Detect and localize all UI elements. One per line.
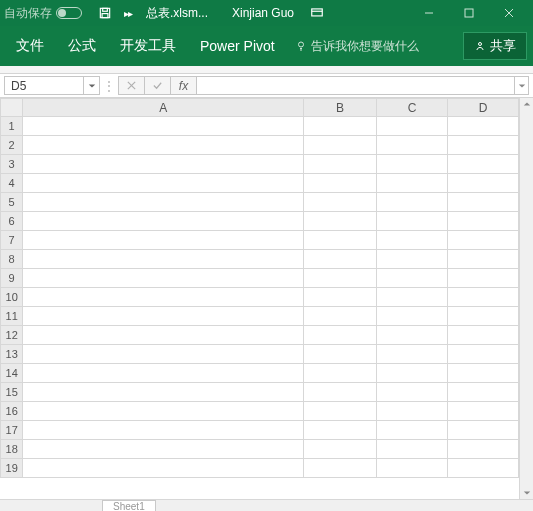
cell[interactable] xyxy=(448,136,519,155)
formula-input[interactable] xyxy=(196,76,515,95)
cell[interactable] xyxy=(377,421,448,440)
cell[interactable] xyxy=(377,326,448,345)
cell[interactable] xyxy=(304,155,377,174)
row-header[interactable]: 10 xyxy=(1,288,23,307)
enter-formula-button[interactable] xyxy=(144,76,170,95)
row-header[interactable]: 1 xyxy=(1,117,23,136)
cell[interactable] xyxy=(304,345,377,364)
cell[interactable] xyxy=(304,364,377,383)
cell[interactable] xyxy=(448,174,519,193)
cell[interactable] xyxy=(304,402,377,421)
tab-power-pivot[interactable]: Power Pivot xyxy=(190,32,285,60)
row-header[interactable]: 9 xyxy=(1,269,23,288)
ribbon-display-icon[interactable] xyxy=(304,0,330,26)
cell[interactable] xyxy=(304,117,377,136)
cell[interactable] xyxy=(23,136,304,155)
row-header[interactable]: 17 xyxy=(1,421,23,440)
cell[interactable] xyxy=(23,326,304,345)
row-header[interactable]: 18 xyxy=(1,440,23,459)
cell[interactable] xyxy=(448,459,519,478)
cell[interactable] xyxy=(304,136,377,155)
cell[interactable] xyxy=(377,155,448,174)
cell[interactable] xyxy=(448,307,519,326)
name-box-dropdown[interactable] xyxy=(84,76,100,95)
vertical-scrollbar[interactable] xyxy=(519,98,533,499)
cell[interactable] xyxy=(448,383,519,402)
cell[interactable] xyxy=(304,440,377,459)
cell[interactable] xyxy=(377,231,448,250)
cell[interactable] xyxy=(377,117,448,136)
name-box[interactable]: D5 xyxy=(4,76,84,95)
row-header[interactable]: 16 xyxy=(1,402,23,421)
cell[interactable] xyxy=(448,421,519,440)
cell[interactable] xyxy=(377,383,448,402)
grid[interactable]: A B C D 1 2 3 4 5 6 7 8 9 10 11 12 13 14… xyxy=(0,98,519,499)
cell[interactable] xyxy=(304,288,377,307)
tab-developer[interactable]: 开发工具 xyxy=(110,31,186,61)
row-header[interactable]: 15 xyxy=(1,383,23,402)
cell[interactable] xyxy=(304,307,377,326)
cancel-formula-button[interactable] xyxy=(118,76,144,95)
cell[interactable] xyxy=(377,193,448,212)
select-all-corner[interactable] xyxy=(1,99,23,117)
row-header[interactable]: 13 xyxy=(1,345,23,364)
cell[interactable] xyxy=(304,231,377,250)
formula-expand-button[interactable] xyxy=(515,76,529,95)
cell[interactable] xyxy=(377,459,448,478)
cell[interactable] xyxy=(377,345,448,364)
quick-access-more-icon[interactable]: ▸▸ xyxy=(118,0,138,26)
cell[interactable] xyxy=(23,231,304,250)
row-header[interactable]: 5 xyxy=(1,193,23,212)
cell[interactable] xyxy=(377,269,448,288)
row-header[interactable]: 7 xyxy=(1,231,23,250)
row-header[interactable]: 8 xyxy=(1,250,23,269)
tell-me-search[interactable]: 告诉我你想要做什么 xyxy=(295,38,419,55)
cell[interactable] xyxy=(448,269,519,288)
cell[interactable] xyxy=(23,212,304,231)
save-icon[interactable] xyxy=(92,0,118,26)
cell[interactable] xyxy=(23,269,304,288)
cell[interactable] xyxy=(304,326,377,345)
column-header-c[interactable]: C xyxy=(377,99,448,117)
cell[interactable] xyxy=(377,364,448,383)
minimize-button[interactable] xyxy=(409,0,449,26)
cell[interactable] xyxy=(448,326,519,345)
cell[interactable] xyxy=(23,364,304,383)
cell[interactable] xyxy=(304,421,377,440)
cell[interactable] xyxy=(304,269,377,288)
close-button[interactable] xyxy=(489,0,529,26)
cell[interactable] xyxy=(448,250,519,269)
cell[interactable] xyxy=(23,155,304,174)
cell[interactable] xyxy=(23,193,304,212)
cell[interactable] xyxy=(23,421,304,440)
cell[interactable] xyxy=(23,307,304,326)
user-name[interactable]: Xinjian Guo xyxy=(232,6,294,20)
share-button[interactable]: 共享 xyxy=(463,32,527,60)
cell[interactable] xyxy=(448,155,519,174)
sheet-tab-active[interactable]: Sheet1 xyxy=(102,500,156,511)
cell[interactable] xyxy=(377,212,448,231)
cell[interactable] xyxy=(448,402,519,421)
maximize-button[interactable] xyxy=(449,0,489,26)
tab-file[interactable]: 文件 xyxy=(6,31,54,61)
row-header[interactable]: 2 xyxy=(1,136,23,155)
cell[interactable] xyxy=(23,383,304,402)
row-header[interactable]: 12 xyxy=(1,326,23,345)
cell[interactable] xyxy=(23,459,304,478)
row-header[interactable]: 11 xyxy=(1,307,23,326)
cell[interactable] xyxy=(23,440,304,459)
cell[interactable] xyxy=(448,231,519,250)
cell[interactable] xyxy=(23,288,304,307)
autosave-toggle[interactable]: 自动保存 xyxy=(4,5,82,22)
cell[interactable] xyxy=(23,250,304,269)
cell[interactable] xyxy=(304,383,377,402)
cell[interactable] xyxy=(304,459,377,478)
row-header[interactable]: 3 xyxy=(1,155,23,174)
cell[interactable] xyxy=(23,402,304,421)
cell[interactable] xyxy=(304,193,377,212)
column-header-a[interactable]: A xyxy=(23,99,304,117)
row-header[interactable]: 14 xyxy=(1,364,23,383)
cell[interactable] xyxy=(23,174,304,193)
row-header[interactable]: 6 xyxy=(1,212,23,231)
cell[interactable] xyxy=(377,288,448,307)
